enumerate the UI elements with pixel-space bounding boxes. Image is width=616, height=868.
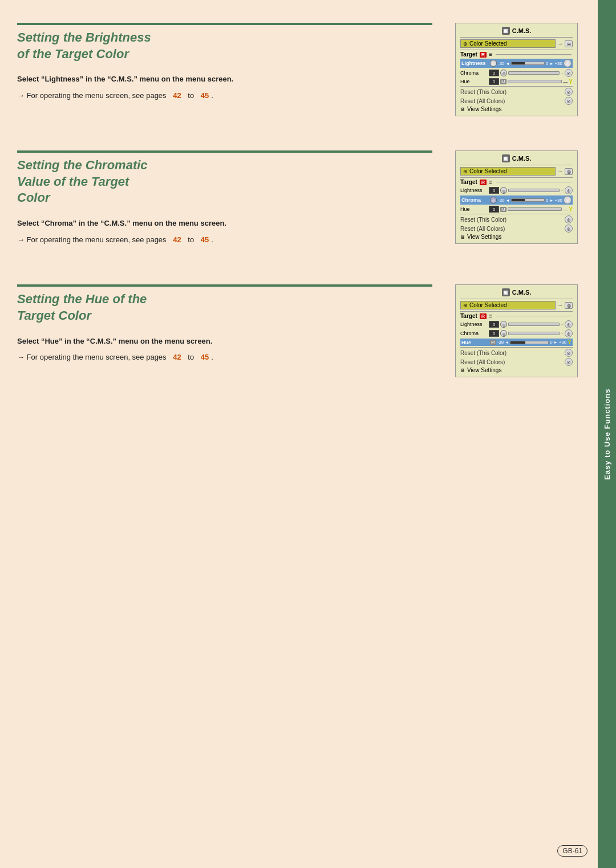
target-row-3: Target R ≡ bbox=[460, 313, 573, 319]
chroma-row-1: Chroma 0 ◎ + ◎ bbox=[460, 69, 573, 77]
reset-all-row-2: Reset (All Colors) ◎ bbox=[460, 225, 573, 233]
cms-title-1: ▣ C.M.S. bbox=[460, 27, 573, 35]
sep-1a bbox=[460, 37, 573, 38]
section-brightness: Setting the Brightness of the Target Col… bbox=[17, 23, 581, 116]
lightness-dial[interactable]: ◎ bbox=[490, 60, 497, 67]
section-hue: Setting the Hue of the Target Color Sele… bbox=[17, 284, 581, 377]
lightness-row-active: Lightness ◎ -30 ◄ 0 ► +30 ◎ bbox=[460, 59, 573, 68]
chroma-val-3: 0 bbox=[489, 330, 499, 337]
nav-btn-2[interactable]: ◎ bbox=[565, 168, 573, 175]
cms-title-2: ▣ C.M.S. bbox=[460, 154, 573, 162]
hue-slider-1[interactable] bbox=[508, 80, 562, 83]
hue-y-label-1: Y bbox=[569, 79, 573, 85]
nav-btn-3[interactable]: ◎ bbox=[565, 302, 573, 309]
chroma-confirm-1[interactable]: ◎ bbox=[565, 69, 573, 77]
nav-btn-1[interactable]: ◎ bbox=[565, 40, 573, 47]
reset-this-btn-3[interactable]: ◎ bbox=[565, 349, 573, 357]
right-tab: Easy to Use Functions bbox=[598, 0, 616, 868]
hue-val-2: 0 bbox=[489, 206, 499, 213]
reset-all-btn-1[interactable]: ◎ bbox=[565, 97, 573, 105]
cms-panel-chroma: ▣ C.M.S. ⊕ Color Selected → ◎ Ta bbox=[455, 150, 578, 244]
lightness-confirm-3[interactable]: ◎ bbox=[565, 320, 573, 328]
section-chroma-panel: ▣ C.M.S. ⊕ Color Selected → ◎ Ta bbox=[455, 150, 581, 244]
section-chroma-left: Setting the Chromatic Value of the Targe… bbox=[17, 150, 432, 250]
hue-m-badge-2: M bbox=[500, 207, 506, 212]
hue-y-label-2: Y bbox=[569, 206, 573, 213]
target-r-3: R bbox=[480, 313, 487, 319]
target-row-2: Target R ≡ bbox=[460, 179, 573, 185]
reset-this-row-3: Reset (This Color) ◎ bbox=[460, 349, 573, 357]
reset-all-row-3: Reset (All Colors) ◎ bbox=[460, 358, 573, 366]
section-hue-body: Select “Hue” in the “C.M.S.” menu on the… bbox=[17, 336, 432, 364]
hue-slider-2[interactable] bbox=[508, 207, 562, 211]
reset-this-btn-2[interactable]: ◎ bbox=[565, 215, 573, 223]
chroma-val-1: 0 bbox=[489, 70, 499, 76]
lightness-row-3: Lightness 0 ◎ + ◎ bbox=[460, 320, 573, 328]
reset-this-row-1: Reset (This Color) ◎ bbox=[460, 88, 573, 96]
section-brightness-title: Setting the Brightness of the Target Col… bbox=[17, 30, 432, 62]
sep-2c bbox=[460, 214, 573, 214]
cms-panel-hue: ▣ C.M.S. ⊕ Color Selected → ◎ Ta bbox=[455, 284, 578, 377]
section-hue-title: Setting the Hue of the Target Color bbox=[17, 291, 432, 324]
main-area: Setting the Brightness of the Target Col… bbox=[0, 0, 598, 868]
color-selected-row-1: ⊕ Color Selected → ◎ bbox=[460, 39, 573, 48]
target-row-1: Target R ≡ bbox=[460, 51, 573, 58]
color-selected-badge-3: ⊕ Color Selected bbox=[460, 301, 556, 309]
lightness-row-2: Lightness 0 ◎ + ◎ bbox=[460, 186, 573, 194]
chroma-confirm-active[interactable]: ◎ bbox=[564, 196, 572, 204]
section-brightness-header: Setting the Brightness of the Target Col… bbox=[17, 23, 432, 62]
chroma-slider-active[interactable] bbox=[511, 198, 545, 202]
reset-all-btn-3[interactable]: ◎ bbox=[565, 358, 573, 366]
monitor-icon-2: ▣ bbox=[502, 154, 510, 162]
lightness-confirm[interactable]: ◎ bbox=[564, 59, 572, 67]
hue-slider-active[interactable] bbox=[510, 341, 549, 344]
cms-title-3: ▣ C.M.S. bbox=[460, 288, 573, 296]
hue-row-1: Hue 0 M — Y bbox=[460, 78, 573, 85]
lightness-val-2: 0 bbox=[489, 187, 499, 194]
section-chroma: Setting the Chromatic Value of the Targe… bbox=[17, 150, 581, 250]
lightness-confirm-2[interactable]: ◎ bbox=[565, 186, 573, 194]
sep-3b bbox=[460, 311, 573, 312]
monitor-icon-3: ▣ bbox=[502, 288, 510, 296]
lightness-slider-3[interactable] bbox=[508, 323, 560, 326]
color-selected-badge-2: ⊕ Color Selected bbox=[460, 167, 556, 176]
page-content: Setting the Brightness of the Target Col… bbox=[0, 0, 616, 868]
lightness-slider-2[interactable] bbox=[508, 189, 560, 192]
view-settings-row-1: 🖥 View Settings bbox=[460, 106, 573, 112]
section-hue-header: Setting the Hue of the Target Color bbox=[17, 284, 432, 324]
section-chroma-body: Select “Chroma” in the “C.M.S.” menu on … bbox=[17, 218, 432, 246]
target-r-2: R bbox=[480, 180, 487, 185]
reset-all-btn-2[interactable]: ◎ bbox=[565, 225, 573, 233]
chroma-dial-active[interactable]: ◎ bbox=[490, 197, 497, 203]
hue-y-label-active: Y bbox=[568, 339, 572, 345]
chroma-slider-3[interactable] bbox=[508, 332, 560, 335]
section-brightness-body: Select “Lightness” in the “C.M.S.” menu … bbox=[17, 74, 432, 102]
section-hue-panel: ▣ C.M.S. ⊕ Color Selected → ◎ Ta bbox=[455, 284, 581, 377]
sep-1c bbox=[460, 86, 573, 87]
sep-3c bbox=[460, 347, 573, 348]
reset-all-row-1: Reset (All Colors) ◎ bbox=[460, 97, 573, 105]
lightness-slider[interactable] bbox=[511, 62, 545, 65]
hue-m-badge-active: M bbox=[490, 340, 496, 345]
chroma-row-3: Chroma 0 ◎ + ◎ bbox=[460, 329, 573, 337]
color-selected-badge-1: ⊕ Color Selected bbox=[460, 39, 556, 48]
section-hue-left: Setting the Hue of the Target Color Sele… bbox=[17, 284, 432, 368]
section-chroma-title: Setting the Chromatic Value of the Targe… bbox=[17, 157, 432, 206]
section-brightness-left: Setting the Brightness of the Target Col… bbox=[17, 23, 432, 107]
reset-this-btn-1[interactable]: ◎ bbox=[565, 88, 573, 96]
chroma-row-active: Chroma ◎ -30 ◄ 0 ► +30 ◎ bbox=[460, 195, 573, 205]
reset-this-row-2: Reset (This Color) ◎ bbox=[460, 215, 573, 223]
sep-3a bbox=[460, 299, 573, 299]
chroma-dial-1[interactable]: ◎ bbox=[500, 70, 507, 76]
chroma-confirm-3[interactable]: ◎ bbox=[565, 329, 573, 337]
view-settings-row-2: 🖥 View Settings bbox=[460, 234, 573, 240]
lightness-val-3: 0 bbox=[489, 321, 499, 328]
section-chroma-header: Setting the Chromatic Value of the Targe… bbox=[17, 150, 432, 206]
lightness-dial-2[interactable]: ◎ bbox=[500, 187, 507, 194]
chroma-dial-3[interactable]: ◎ bbox=[500, 330, 507, 337]
lightness-dial-3[interactable]: ◎ bbox=[500, 321, 507, 328]
color-selected-row-3: ⊕ Color Selected → ◎ bbox=[460, 300, 573, 310]
target-r-1: R bbox=[480, 52, 487, 58]
chroma-slider-1[interactable] bbox=[508, 71, 560, 75]
sep-2b bbox=[460, 177, 573, 178]
